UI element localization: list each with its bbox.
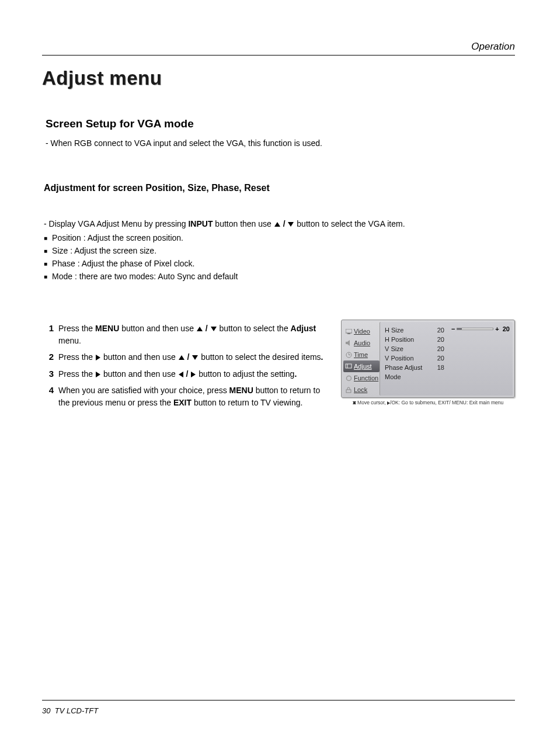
svg-rect-1 xyxy=(347,333,350,334)
section-description: - When RGB connect to VGA input and sele… xyxy=(46,138,515,148)
svg-rect-9 xyxy=(346,390,351,393)
bullet-list: Position : Adjust the screen position. S… xyxy=(44,233,515,281)
triangle-down-icon xyxy=(192,355,198,360)
osd-tab-video[interactable]: Video xyxy=(343,325,380,337)
osd-tab-audio[interactable]: Audio xyxy=(343,337,380,349)
section-label: Operation xyxy=(42,41,515,53)
list-item: Position : Adjust the screen position. xyxy=(44,233,515,242)
osd-slider[interactable]: − + 20 xyxy=(451,325,510,332)
triangle-down-icon xyxy=(288,222,294,227)
list-item: Mode : there are two modes: Auto Sync an… xyxy=(44,272,515,281)
svg-rect-6 xyxy=(346,364,351,368)
osd-tab-time[interactable]: Time xyxy=(343,349,380,360)
osd-tab-adjust[interactable]: Adjust xyxy=(343,360,380,372)
slider-track[interactable] xyxy=(457,328,493,330)
function-icon xyxy=(345,374,352,382)
osd-params: H Size20 H Position20 V Size20 V Positio… xyxy=(380,322,513,396)
step: 2 Press the button and then use / button… xyxy=(42,351,329,364)
triangle-left-icon xyxy=(179,372,183,377)
slider-minus: − xyxy=(451,325,455,332)
slider-value: 20 xyxy=(503,325,510,332)
subsection-title: Adjustment for screen Position, Size, Ph… xyxy=(44,183,515,193)
osd-param-row[interactable]: V Size20 xyxy=(385,344,448,353)
triangle-right-icon xyxy=(191,372,196,377)
triangle-up-icon xyxy=(197,327,203,331)
top-rule xyxy=(42,55,515,56)
triangle-up-icon xyxy=(274,222,280,227)
video-icon xyxy=(345,328,352,335)
bullet-intro: - Display VGA Adjust Menu by pressing IN… xyxy=(44,219,515,228)
osd-param-row[interactable]: V Position20 xyxy=(385,353,448,363)
step: 1 Press the MENU button and then use / b… xyxy=(42,322,329,347)
section-title: Screen Setup for VGA mode xyxy=(46,117,515,130)
page-title: Adjust menu xyxy=(42,67,515,89)
osd-tab-lock[interactable]: Lock xyxy=(343,384,380,396)
triangle-down-icon xyxy=(211,327,217,331)
page-footer: 30 TV LCD-TFT xyxy=(42,700,515,715)
footer-label: TV LCD-TFT xyxy=(55,706,98,715)
svg-rect-0 xyxy=(346,329,352,333)
lock-icon xyxy=(345,386,352,393)
triangle-up-icon xyxy=(179,355,184,360)
footer-rule xyxy=(42,700,515,700)
osd-tab-function[interactable]: Function xyxy=(343,372,380,384)
triangle-right-icon xyxy=(96,372,100,377)
osd-param-row[interactable]: Phase Adjust18 xyxy=(385,363,448,372)
list-item: Size : Adjust the screen size. xyxy=(44,246,515,255)
adjust-icon xyxy=(345,363,352,370)
list-item: Phase : Adjust the phase of Pixel clock. xyxy=(44,259,515,268)
svg-marker-2 xyxy=(346,340,350,346)
step: 4 When you are satisfied with your choic… xyxy=(42,384,329,409)
osd-menu: Video Audio Time Adjust Function xyxy=(341,320,515,405)
svg-point-8 xyxy=(346,376,351,380)
clock-icon xyxy=(345,351,352,358)
osd-hint: Move cursor, /OK: Go to submenu, EXIT/ M… xyxy=(341,400,515,405)
osd-param-row[interactable]: H Position20 xyxy=(385,335,448,344)
osd-param-row[interactable]: Mode xyxy=(385,372,448,382)
osd-sidebar: Video Audio Time Adjust Function xyxy=(343,322,380,396)
steps-list: 1 Press the MENU button and then use / b… xyxy=(42,322,329,412)
slider-plus: + xyxy=(495,325,499,332)
osd-param-row[interactable]: H Size20 xyxy=(385,325,448,335)
audio-icon xyxy=(345,339,352,346)
page-number: 30 xyxy=(42,706,50,715)
triangle-right-icon xyxy=(96,355,100,360)
step: 3 Press the button and then use / button… xyxy=(42,367,329,381)
